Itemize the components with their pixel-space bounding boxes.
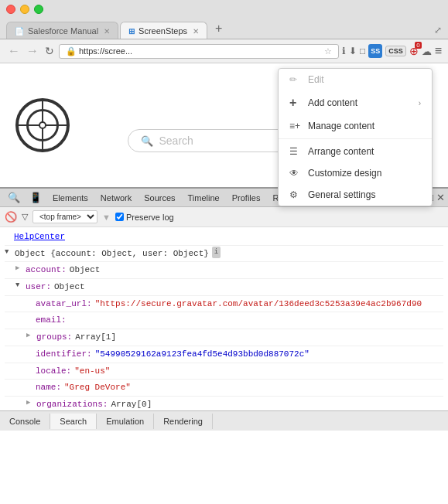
- key-account: account:: [26, 263, 67, 278]
- val-name: "Greg DeVore": [64, 380, 131, 395]
- console-item-helpcenter[interactable]: HelpCenter: [5, 229, 443, 246]
- tab-icon: ⊞: [128, 27, 135, 36]
- close-devtools-icon[interactable]: ✕: [436, 192, 445, 203]
- tab-close-icon[interactable]: ✕: [104, 27, 110, 36]
- expand-arrow-groups[interactable]: ▶: [26, 330, 34, 342]
- screensteps-badge[interactable]: ⊕ 0: [409, 45, 419, 57]
- console-item-orgs[interactable]: ▶ organizations: Array[0]: [5, 397, 443, 410]
- tab-label: ScreenSteps: [139, 26, 187, 36]
- key-groups: groups:: [36, 330, 72, 345]
- filter-icon[interactable]: ▽: [22, 212, 28, 222]
- back-button[interactable]: ←: [6, 43, 22, 60]
- devtools-inspect-icon[interactable]: 🔍: [3, 190, 25, 205]
- tab-elements[interactable]: Elements: [46, 191, 94, 205]
- dropdown-item-edit[interactable]: ✏ Edit: [279, 69, 432, 90]
- screensteps-toolbar-icon[interactable]: SS: [368, 44, 382, 58]
- console-item-user[interactable]: ▼ user: Object: [5, 279, 443, 296]
- tab-network[interactable]: Network: [94, 191, 138, 205]
- search-placeholder: Search: [159, 135, 193, 147]
- tab-salesforce[interactable]: 📄 Salesforce Manual ✕: [6, 22, 118, 39]
- dropdown-menu: ✏ Edit + Add content › ≡+ Manage content…: [278, 68, 433, 206]
- window-chrome: 📄 Salesforce Manual ✕ ⊞ ScreenSteps ✕ + …: [0, 0, 448, 39]
- arrange-label: Arrange content: [308, 146, 374, 157]
- val-account: Object: [70, 263, 101, 278]
- clear-console-icon[interactable]: 🚫: [5, 211, 17, 223]
- eye-icon: 👁: [289, 168, 300, 179]
- tab-label: Salesforce Manual: [28, 26, 98, 36]
- close-button[interactable]: [6, 5, 15, 14]
- key-identifier: identifier:: [36, 347, 92, 362]
- console-item-name[interactable]: name: "Greg DeVore": [5, 380, 443, 397]
- console-content: HelpCenter ▼ Object {account: Object, us…: [0, 227, 448, 410]
- address-bar: ← → ↻ 🔒 https://scree... ☆ ℹ ⬇ □ SS CSS …: [0, 39, 448, 63]
- edit-icon: ✏: [289, 74, 300, 85]
- dropdown-item-manage-content[interactable]: ≡+ Manage content: [279, 115, 432, 137]
- resize-icon[interactable]: ⤢: [434, 25, 442, 36]
- minimize-button[interactable]: [20, 5, 29, 14]
- bottom-tab-rendering[interactable]: Rendering: [154, 414, 213, 429]
- help-center-link[interactable]: HelpCenter: [14, 230, 65, 244]
- menu-icon[interactable]: ≡: [435, 44, 442, 58]
- console-item-identifier[interactable]: identifier: "54990529162a9123fea4fd5e4d9…: [5, 346, 443, 363]
- logo: [15, 98, 70, 152]
- new-tab-button[interactable]: +: [209, 19, 228, 39]
- console-item-groups[interactable]: ▶ groups: Array[1]: [5, 329, 443, 346]
- star-icon[interactable]: ☆: [324, 46, 332, 56]
- val-locale: "en-us": [74, 364, 110, 379]
- console-item-avatar-url[interactable]: avatar_url: "https://secure.gravatar.com…: [5, 296, 443, 313]
- tab-timeline[interactable]: Timeline: [182, 191, 226, 205]
- dropdown-item-settings[interactable]: ⚙ General settings: [279, 184, 432, 206]
- expand-arrow-down-user[interactable]: ▼: [15, 280, 23, 291]
- expand-arrow-orgs[interactable]: ▶: [26, 397, 34, 409]
- bottom-tab-emulation[interactable]: Emulation: [97, 414, 154, 429]
- key-user: user:: [26, 280, 51, 295]
- search-icon: 🔍: [141, 135, 153, 147]
- edit-label: Edit: [308, 74, 324, 85]
- settings-label: General settings: [308, 189, 375, 200]
- tab-sources[interactable]: Sources: [138, 191, 181, 205]
- preserve-log-label[interactable]: Preserve log: [115, 213, 174, 222]
- expand-arrow-right[interactable]: ▶: [15, 263, 23, 274]
- gear-icon: ⚙: [289, 189, 300, 200]
- bottom-tab-console[interactable]: Console: [0, 414, 50, 429]
- cloud-icon[interactable]: ☁: [422, 46, 432, 57]
- refresh-button[interactable]: ↻: [43, 43, 56, 59]
- preserve-log-checkbox[interactable]: [115, 213, 124, 221]
- tab-profiles[interactable]: Profiles: [226, 191, 267, 205]
- val-user: Object: [54, 280, 85, 295]
- tab-close-icon[interactable]: ✕: [193, 27, 199, 36]
- forward-button[interactable]: →: [25, 43, 40, 60]
- val-identifier: "54990529162a9123fea4fd5e4d93bbd0d887072…: [95, 347, 309, 362]
- dropdown-item-customize[interactable]: 👁 Customize design: [279, 162, 432, 184]
- expand-arrow-down[interactable]: ▼: [5, 247, 12, 258]
- bookmark-icon[interactable]: □: [360, 46, 365, 56]
- manage-content-label: Manage content: [308, 121, 374, 131]
- arrow-right-icon: ›: [419, 99, 421, 107]
- devtools-panel: 🔍 📱 Elements Network Sources Timeline Pr…: [0, 187, 448, 431]
- dropdown-item-arrange[interactable]: ☰ Arrange content: [279, 141, 432, 162]
- download-icon[interactable]: ⬇: [349, 46, 357, 56]
- add-icon: +: [289, 96, 300, 110]
- console-item-email[interactable]: email:: [5, 312, 443, 329]
- maximize-button[interactable]: [34, 5, 43, 14]
- devtools-toolbar: 🚫 ▽ <top frame> ▼ Preserve log: [0, 207, 448, 227]
- frame-selector[interactable]: <top frame>: [32, 210, 97, 223]
- tab-bar: 📄 Salesforce Manual ✕ ⊞ ScreenSteps ✕ + …: [6, 19, 442, 39]
- console-item-account[interactable]: ▶ account: Object: [5, 262, 443, 279]
- devtools-device-icon[interactable]: 📱: [25, 190, 46, 205]
- tab-screensteps[interactable]: ⊞ ScreenSteps ✕: [120, 22, 207, 39]
- console-item-locale[interactable]: locale: "en-us": [5, 363, 443, 380]
- customize-label: Customize design: [308, 168, 381, 179]
- val-orgs: Array[0]: [111, 397, 152, 410]
- bottom-tab-search[interactable]: Search: [50, 414, 97, 429]
- window-controls-right: ⤢: [434, 25, 442, 39]
- bottom-tab-bar: Console Search Emulation Rendering: [0, 410, 448, 431]
- traffic-lights: [6, 5, 442, 14]
- val-avatar: "https://secure.gravatar.com/avatar/136d…: [95, 297, 422, 312]
- address-field[interactable]: 🔒 https://scree... ☆: [59, 44, 339, 59]
- dropdown-item-add-content[interactable]: + Add content ›: [279, 90, 432, 115]
- info-icon[interactable]: ℹ: [342, 46, 346, 56]
- console-item-object-root[interactable]: ▼ Object {account: Object, user: Object}…: [5, 246, 443, 263]
- val-groups: Array[1]: [75, 330, 116, 345]
- css-badge[interactable]: CSS: [385, 46, 406, 56]
